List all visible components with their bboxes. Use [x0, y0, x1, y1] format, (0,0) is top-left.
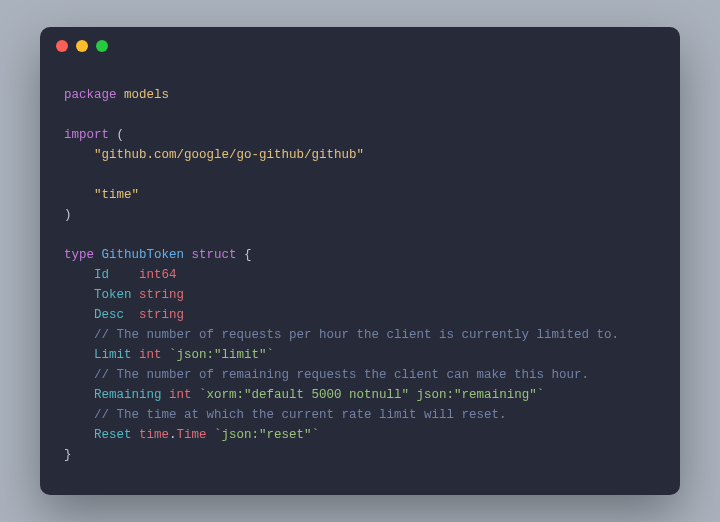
- field-type: string: [139, 308, 184, 322]
- field-type: int: [169, 388, 192, 402]
- keyword-import: import: [64, 128, 109, 142]
- field-name: Limit: [94, 348, 132, 362]
- field-type: int64: [139, 268, 177, 282]
- field-name: Token: [94, 288, 132, 302]
- zoom-icon[interactable]: [96, 40, 108, 52]
- minimize-icon[interactable]: [76, 40, 88, 52]
- struct-tag: `json:"reset"`: [214, 428, 319, 442]
- dot: .: [169, 428, 177, 442]
- close-icon[interactable]: [56, 40, 68, 52]
- field-name: Reset: [94, 428, 132, 442]
- import-path: "github.com/google/go-github/github": [94, 148, 364, 162]
- brace-open: {: [244, 248, 252, 262]
- package-name: models: [124, 88, 169, 102]
- type-name: GithubToken: [102, 248, 185, 262]
- keyword-package: package: [64, 88, 117, 102]
- field-type: string: [139, 288, 184, 302]
- paren-open: (: [117, 128, 125, 142]
- code-area: package models import ( "github.com/goog…: [40, 65, 680, 495]
- code-window: package models import ( "github.com/goog…: [40, 27, 680, 495]
- window-titlebar: [40, 27, 680, 65]
- struct-tag: `xorm:"default 5000 notnull" json:"remai…: [199, 388, 544, 402]
- import-path: "time": [94, 188, 139, 202]
- keyword-type: type: [64, 248, 94, 262]
- brace-close: }: [64, 448, 72, 462]
- struct-tag: `json:"limit"`: [169, 348, 274, 362]
- pad: [109, 268, 132, 282]
- keyword-struct: struct: [192, 248, 237, 262]
- field-name: Remaining: [94, 388, 162, 402]
- comment: // The number of remaining requests the …: [94, 368, 589, 382]
- field-type-name: Time: [177, 428, 207, 442]
- paren-close: ): [64, 208, 72, 222]
- comment: // The time at which the current rate li…: [94, 408, 507, 422]
- field-type: int: [139, 348, 162, 362]
- field-name: Desc: [94, 308, 124, 322]
- pad: [124, 308, 132, 322]
- field-type-pkg: time: [139, 428, 169, 442]
- field-name: Id: [94, 268, 109, 282]
- comment: // The number of requests per hour the c…: [94, 328, 619, 342]
